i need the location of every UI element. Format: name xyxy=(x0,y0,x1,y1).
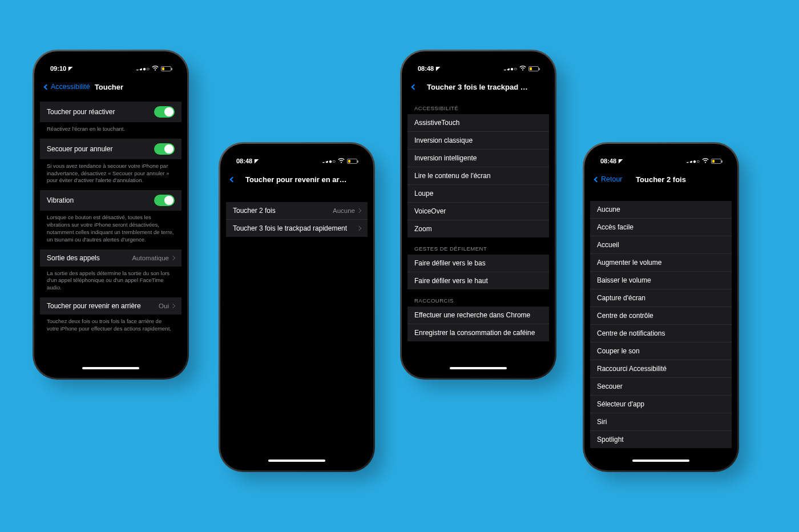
row-vibration[interactable]: Vibration xyxy=(40,190,181,211)
wifi-icon xyxy=(702,158,709,164)
phone-1-toucher: 09:10 ◤ ●●●○ Accessibilité Toucher xyxy=(34,51,187,378)
list-item[interactable]: Faire défiler vers le bas xyxy=(407,255,549,272)
section-header-shortcuts: Raccourcis xyxy=(407,289,549,307)
toggle-on[interactable] xyxy=(154,195,175,206)
content[interactable]: Aucune Accès facile Accueil Augmenter le… xyxy=(590,190,732,448)
status-time: 08:48 xyxy=(418,65,434,72)
toggle-on[interactable] xyxy=(154,106,175,118)
list-item[interactable]: Enregistrer la consommation de caféine xyxy=(407,324,549,341)
list-item[interactable]: Centre de notifications xyxy=(590,325,732,342)
wifi-icon xyxy=(519,66,526,72)
list-item[interactable]: AssistiveTouch xyxy=(407,114,549,132)
status-time: 08:48 xyxy=(236,158,252,164)
notch xyxy=(76,57,145,70)
list-item[interactable]: Aucune xyxy=(590,201,732,219)
location-icon: ◤ xyxy=(436,66,440,71)
list-item[interactable]: Augmenter le volume xyxy=(590,254,732,272)
row-double-tap[interactable]: Toucher 2 fois Aucune xyxy=(226,202,368,220)
page-title: Toucher 3 fois le trackpad rapide… xyxy=(427,83,530,91)
notch xyxy=(627,150,695,162)
chevron-right-icon xyxy=(357,208,361,213)
list-item[interactable]: Raccourci Accessibilité xyxy=(590,360,732,378)
list-item[interactable]: Couper le son xyxy=(590,342,732,360)
back-label: Retour xyxy=(601,175,623,183)
page-title: Toucher 2 fois xyxy=(636,175,686,184)
wifi-icon xyxy=(152,66,159,72)
battery-icon xyxy=(528,66,539,71)
home-indicator[interactable] xyxy=(268,460,325,462)
list-item[interactable]: Faire défiler vers le haut xyxy=(407,272,549,289)
page-title: Toucher xyxy=(95,83,123,91)
nav-bar: Accessibilité Toucher xyxy=(40,76,181,97)
chevron-right-icon xyxy=(171,304,175,308)
list-item[interactable]: Baisser le volume xyxy=(590,272,732,289)
chevron-right-icon xyxy=(171,255,175,260)
back-button[interactable] xyxy=(231,178,236,182)
row-back-tap[interactable]: Toucher pour revenir en arrière Oui xyxy=(40,297,181,315)
chevron-right-icon xyxy=(357,226,361,231)
phone-3-triple-tap-options: 08:48 ◤ ●●●○ Toucher 3 fois le trackpad … xyxy=(402,51,555,378)
screen: 08:48 ◤ ●●●○ Toucher pour revenir en arr… xyxy=(226,150,368,465)
chevron-left-icon xyxy=(594,176,600,182)
status-time: 09:10 xyxy=(50,65,66,72)
list-item[interactable]: Effectuer une recherche dans Chrome xyxy=(407,307,549,324)
footer-text: Touchez deux fois ou trois fois la face … xyxy=(40,315,181,338)
location-icon: ◤ xyxy=(68,66,72,71)
status-time: 08:48 xyxy=(600,158,616,164)
notch xyxy=(444,57,513,70)
footer-text: Si vous avez tendance à secouer votre iP… xyxy=(40,159,181,190)
back-button[interactable]: Retour xyxy=(595,175,623,183)
wifi-icon xyxy=(338,158,345,164)
section-header-accessibility: Accessibilité xyxy=(407,97,549,114)
list-item[interactable]: Secouer xyxy=(590,378,732,396)
notch xyxy=(263,150,331,162)
content: Toucher pour réactiver Réactivez l'écran… xyxy=(40,97,181,338)
back-button[interactable] xyxy=(412,85,417,89)
list-item[interactable]: Loupe xyxy=(407,185,549,203)
list-item[interactable]: Sélecteur d'app xyxy=(590,396,732,413)
chevron-left-icon xyxy=(230,176,236,182)
back-label: Accessibilité xyxy=(51,83,90,91)
list-item[interactable]: Capture d'écran xyxy=(590,289,732,307)
list-item[interactable]: Inversion classique xyxy=(407,132,549,150)
list-item[interactable]: Zoom xyxy=(407,220,549,237)
row-sortie-appels[interactable]: Sortie des appels Automatique xyxy=(40,249,181,267)
list-item[interactable]: Centre de contrôle xyxy=(590,307,732,325)
footer-text: Lorsque ce bouton est désactivé, toutes … xyxy=(40,211,181,249)
home-indicator[interactable] xyxy=(632,460,689,462)
row-triple-tap[interactable]: Toucher 3 fois le trackpad rapidement xyxy=(226,220,368,237)
list-item[interactable]: Siri xyxy=(590,413,732,431)
phone-2-back-tap: 08:48 ◤ ●●●○ Toucher pour revenir en arr… xyxy=(220,144,373,470)
row-toucher-reactiver[interactable]: Toucher pour réactiver xyxy=(40,102,181,122)
back-button[interactable]: Accessibilité xyxy=(45,83,90,91)
battery-icon xyxy=(347,159,357,164)
nav-bar: Retour Toucher 2 fois xyxy=(590,169,732,190)
list-item[interactable]: VoiceOver xyxy=(407,203,549,220)
location-icon: ◤ xyxy=(619,158,623,164)
list-item[interactable]: Spotlight xyxy=(590,431,732,448)
list-item[interactable]: Lire le contenu de l'écran xyxy=(407,167,549,185)
screen: 08:48 ◤ ●●●○ Retour Toucher 2 fois Aucun… xyxy=(590,150,732,465)
row-secouer-annuler[interactable]: Secouer pour annuler xyxy=(40,139,181,159)
phone-4-double-tap-options: 08:48 ◤ ●●●○ Retour Toucher 2 fois Aucun… xyxy=(584,144,737,470)
home-indicator[interactable] xyxy=(450,367,507,369)
section-header-scroll: Gestes de défilement xyxy=(407,237,549,255)
location-icon: ◤ xyxy=(255,158,259,164)
battery-icon xyxy=(711,159,721,164)
page-title: Toucher pour revenir en arrière xyxy=(245,175,348,184)
footer-text: Réactivez l'écran en le touchant. xyxy=(40,122,181,139)
list-item[interactable]: Accueil xyxy=(590,236,732,254)
list-item[interactable]: Accès facile xyxy=(590,219,732,236)
nav-bar: Toucher 3 fois le trackpad rapide… xyxy=(407,76,549,97)
home-indicator[interactable] xyxy=(82,367,139,369)
content[interactable]: Accessibilité AssistiveTouch Inversion c… xyxy=(407,97,549,341)
chevron-left-icon xyxy=(411,84,417,90)
toggle-on[interactable] xyxy=(154,143,175,155)
nav-bar: Toucher pour revenir en arrière xyxy=(226,169,368,190)
list-item[interactable]: Inversion intelligente xyxy=(407,150,549,167)
chevron-left-icon xyxy=(44,84,50,90)
battery-icon xyxy=(161,66,171,71)
screen: 09:10 ◤ ●●●○ Accessibilité Toucher xyxy=(40,57,181,372)
screen: 08:48 ◤ ●●●○ Toucher 3 fois le trackpad … xyxy=(407,57,549,372)
content: Toucher 2 fois Aucune Toucher 3 fois le … xyxy=(226,190,368,237)
